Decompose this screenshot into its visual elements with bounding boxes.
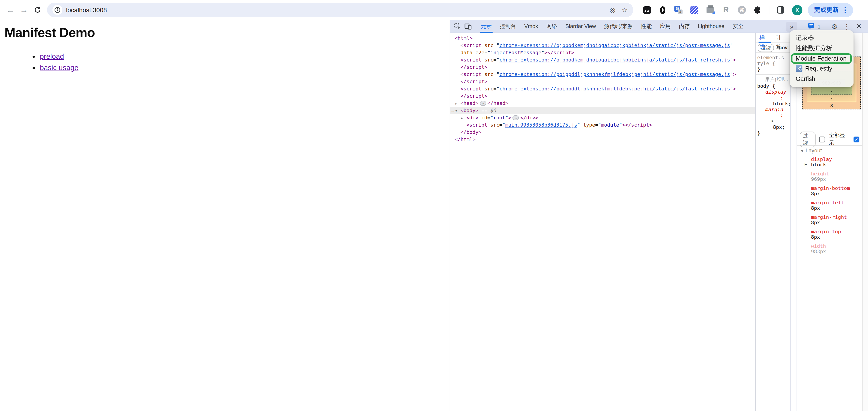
extension-icon-dots[interactable] xyxy=(642,5,651,14)
devtools-tab[interactable]: 元素 xyxy=(477,20,496,33)
computed-property: height969px xyxy=(800,171,861,182)
css-rule-text: : xyxy=(757,95,790,101)
page-title: Manifest Demo xyxy=(4,25,450,40)
devtools-tabs: 元素控制台Vmok网络Slardar View源代码/来源性能应用内存Light… xyxy=(477,20,747,33)
devtools-tab[interactable]: 源代码/来源 xyxy=(600,20,637,33)
dom-node-line[interactable]: <script src="chrome-extension://poippddl… xyxy=(450,71,755,78)
device-toolbar-icon[interactable] xyxy=(463,21,473,32)
close-devtools-icon[interactable]: × xyxy=(854,21,864,32)
extensions-row: G文 R ⌘ X xyxy=(642,5,802,15)
devtools-panel: 元素控制台Vmok网络Slardar View源代码/来源性能应用内存Light… xyxy=(450,20,868,411)
extension-icon-stripes[interactable] xyxy=(690,5,699,14)
css-rule-text: 8px; xyxy=(757,124,790,130)
devtools-tab[interactable]: 网络 xyxy=(542,20,561,33)
expand-arrow-icon[interactable]: ▶ xyxy=(805,162,807,167)
extensions-puzzle-icon[interactable] xyxy=(753,5,762,14)
dom-node-line[interactable]: </script> xyxy=(450,93,755,100)
node-options-dots-icon[interactable]: … xyxy=(452,107,455,115)
list-item: basic usage xyxy=(40,64,450,72)
computed-property: width983px xyxy=(800,244,861,255)
issues-button[interactable]: 1 xyxy=(806,23,823,30)
dom-node-line[interactable]: data-e2e="injectPostMessage"></script> xyxy=(450,49,755,57)
menu-item-module-federation[interactable]: Module Federation xyxy=(790,53,854,64)
padding-bottom-value: - xyxy=(814,88,849,95)
webpage-viewport: Manifest Demo preload basic usage xyxy=(0,20,450,411)
css-property-name: display xyxy=(757,89,790,95)
menu-item-requestly[interactable]: Requestly xyxy=(790,64,854,74)
css-property-name: margin xyxy=(757,107,790,113)
basic-usage-link[interactable]: basic usage xyxy=(40,64,79,71)
dom-tree: <html><script src="chrome-extension://oj… xyxy=(450,33,756,411)
scrollbar-track[interactable] xyxy=(862,33,868,411)
devtools-tab[interactable]: 安全 xyxy=(728,20,747,33)
devtools-tab[interactable]: Slardar View xyxy=(561,20,600,33)
pane-splitter[interactable] xyxy=(790,33,797,411)
list-item: preload xyxy=(40,53,450,61)
side-panel-icon[interactable] xyxy=(776,5,785,14)
tab-computed[interactable]: 计算 xyxy=(776,33,786,43)
avatar[interactable]: X xyxy=(792,5,802,15)
computed-property: margin-top8px xyxy=(800,229,861,240)
expand-arrow-icon[interactable]: ▸ xyxy=(461,115,463,122)
devtools-tab[interactable]: 控制台 xyxy=(496,20,520,33)
browser-menu-kebab-icon[interactable]: ⋮ xyxy=(842,6,848,14)
collapse-arrow-icon[interactable]: ▾ xyxy=(455,107,458,115)
layout-section-header[interactable]: ▼Layout xyxy=(800,148,861,154)
dom-node-line[interactable]: <script src="main.99353058b36d3175.js" t… xyxy=(450,122,755,129)
inspect-element-icon[interactable] xyxy=(452,21,463,32)
menu-item-性能数据分析[interactable]: 性能数据分析 xyxy=(790,43,854,53)
extension-icon-printer[interactable] xyxy=(706,5,715,14)
reload-icon[interactable] xyxy=(31,3,44,17)
show-all-checkbox[interactable] xyxy=(819,136,825,142)
preload-link[interactable]: preload xyxy=(40,53,64,60)
dom-node-line[interactable]: ▸<div id="root">…</div> xyxy=(450,115,755,122)
expand-arrow-icon[interactable]: ▸ xyxy=(455,100,458,107)
body-style-rule[interactable]: body {display:block;margin:▶8px;} xyxy=(756,83,790,136)
dom-node-line[interactable]: </body> xyxy=(450,129,755,136)
extension-icon-r[interactable]: R xyxy=(721,5,731,14)
dom-node-line[interactable]: <script src="chrome-extension://poippddl… xyxy=(450,86,755,93)
dom-node-line[interactable]: </html> xyxy=(450,136,755,143)
preview-icon[interactable]: ◎ xyxy=(610,6,615,14)
url-text[interactable]: localhost:3008 xyxy=(66,6,610,13)
devtools-tab[interactable]: Lighthouse xyxy=(694,20,728,33)
computed-filter-input[interactable]: 过滤 xyxy=(800,131,816,147)
devtools-tab[interactable]: Vmok xyxy=(520,20,542,33)
more-tabs-button[interactable]: » xyxy=(786,22,797,31)
dom-node-line[interactable]: ▸<head>…</head> xyxy=(450,100,755,107)
menu-item-garfish[interactable]: Garfish xyxy=(790,74,854,84)
extension-icon-clover[interactable]: ⌘ xyxy=(737,5,746,14)
bookmark-star-icon[interactable]: ☆ xyxy=(622,6,628,14)
collapsed-content-ellipsis[interactable]: … xyxy=(480,101,486,105)
browser-toolbar: ← → localhost:3008 ◎ ☆ G文 R ⌘ xyxy=(0,0,868,20)
devtools-tab[interactable]: 应用 xyxy=(656,20,675,33)
browser-window: ← → localhost:3008 ◎ ☆ G文 R ⌘ xyxy=(0,0,868,411)
group-checkbox[interactable]: ✓ xyxy=(854,136,859,142)
forward-icon[interactable]: → xyxy=(17,3,31,17)
update-chrome-button[interactable]: 完成更新 ⋮ xyxy=(808,3,853,17)
computed-property: margin-bottom8px xyxy=(800,186,861,197)
dom-node-line[interactable]: <script src="chrome-extension://ojbbodke… xyxy=(450,57,755,64)
menu-item-记录器[interactable]: 记录器 xyxy=(790,33,854,43)
css-rule-text: : xyxy=(757,113,790,119)
dom-node-line[interactable]: <html> xyxy=(450,35,755,42)
tab-styles[interactable]: 样式 xyxy=(760,33,770,43)
devtools-tab[interactable]: 内存 xyxy=(675,20,694,33)
extension-icon-oval[interactable] xyxy=(658,5,667,14)
styles-pane: 样式 计算 过滤 :hov element.s tyle { } 用户代理...… xyxy=(756,33,790,411)
back-icon[interactable]: ← xyxy=(4,3,17,17)
dom-node-line[interactable]: …▾<body> == $0 xyxy=(450,107,755,115)
dom-node-line[interactable]: </script> xyxy=(450,64,755,71)
site-info-icon[interactable] xyxy=(53,5,62,15)
collapsed-content-ellipsis[interactable]: … xyxy=(513,115,519,120)
border-bottom-value: - xyxy=(811,95,852,102)
computed-properties-list: ▼Layout ▶displayblockheight969pxmargin-b… xyxy=(800,148,861,258)
computed-property: margin-left8px xyxy=(800,200,861,211)
dom-node-line[interactable]: <script src="chrome-extension://ojbbodke… xyxy=(450,42,755,49)
element-style-rule[interactable]: element.s tyle { } xyxy=(756,53,790,74)
computed-property: margin-right8px xyxy=(800,215,861,226)
dom-node-line[interactable]: </script> xyxy=(450,78,755,86)
devtools-tab[interactable]: 性能 xyxy=(637,20,656,33)
address-bar[interactable]: localhost:3008 ◎ ☆ xyxy=(47,3,633,17)
translate-icon[interactable]: G文 xyxy=(674,5,683,14)
